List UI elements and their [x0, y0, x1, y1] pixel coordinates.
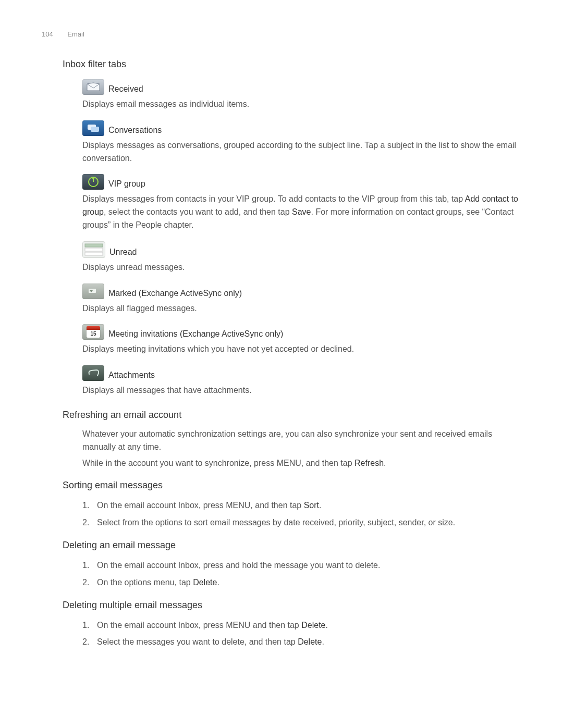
list-item: On the email account Inbox, press and ho…: [82, 559, 521, 572]
tab-label: Received: [108, 84, 143, 95]
ordered-list: On the email account Inbox, press MENU a…: [82, 619, 521, 649]
tab-meeting: 15 Meeting invitations (Exchange ActiveS…: [82, 324, 521, 356]
tab-label: VIP group: [108, 179, 145, 190]
text: , select the contacts you want to add, a…: [104, 207, 292, 216]
text: Select the messages you want to delete, …: [97, 637, 298, 646]
heading-deleting-many: Deleting multiple email messages: [63, 600, 521, 611]
tab-label: Conversations: [108, 126, 162, 136]
bold-text: Save: [292, 207, 311, 216]
text: Displays messages from contacts in your …: [82, 194, 465, 203]
svg-marker-0: [87, 83, 100, 91]
tab-conversations: Conversations Displays messages as conve…: [82, 120, 521, 165]
tab-desc: Displays email messages as individual it…: [82, 98, 521, 111]
paperclip-icon: [82, 365, 104, 381]
text: .: [322, 637, 324, 646]
svg-rect-7: [85, 252, 103, 255]
header-section: Email: [67, 30, 84, 38]
envelope-icon: [82, 79, 104, 95]
svg-rect-2: [91, 127, 99, 132]
tab-label: Marked (Exchange ActiveSync only): [108, 289, 242, 299]
paragraph: While in the account you want to synchro…: [82, 457, 521, 470]
tab-desc: Displays all messages that have attachme…: [82, 384, 521, 397]
bold-text: Delete: [193, 578, 217, 587]
ordered-list: On the email account Inbox, press and ho…: [82, 559, 521, 589]
tab-desc: Displays messages from contacts in your …: [82, 193, 521, 231]
bold-text: Delete: [301, 621, 325, 630]
tab-desc: Displays meeting invitations which you h…: [82, 343, 521, 356]
text: .: [325, 621, 327, 630]
list-item: On the options menu, tap Delete.: [82, 576, 521, 589]
heading-refreshing: Refreshing an email account: [63, 410, 521, 421]
bold-text: Sort: [304, 501, 319, 510]
list-item: On the email account Inbox, press MENU, …: [82, 499, 521, 512]
svg-rect-5: [85, 244, 103, 247]
list-item: On the email account Inbox, press MENU a…: [82, 619, 521, 632]
tab-label: Meeting invitations (Exchange ActiveSync…: [108, 329, 283, 340]
tab-received: Received Displays email messages as indi…: [82, 79, 521, 111]
vip-icon: [82, 174, 104, 190]
bold-text: Delete: [298, 637, 322, 646]
tab-marked: Marked (Exchange ActiveSync only) Displa…: [82, 283, 521, 315]
tab-label: Attachments: [108, 371, 155, 381]
text: On the options menu, tap: [97, 578, 193, 587]
flag-icon: [82, 283, 104, 299]
text: While in the account you want to synchro…: [82, 459, 354, 467]
tab-unread: Unread Displays unread messages.: [82, 241, 521, 274]
text: On the email account Inbox, press MENU a…: [97, 621, 301, 630]
bold-text: Refresh: [354, 459, 384, 467]
conversations-icon: [82, 120, 104, 136]
list-item: Select from the options to sort email me…: [82, 516, 521, 529]
tab-desc: Displays all flagged messages.: [82, 302, 521, 315]
svg-rect-6: [85, 248, 103, 251]
page-header: 104 Email: [42, 30, 521, 38]
text: .: [217, 578, 219, 587]
text: On the email account Inbox, press MENU, …: [97, 501, 304, 510]
calendar-icon: 15: [82, 324, 104, 340]
tab-desc: Displays messages as conversations, grou…: [82, 139, 521, 165]
ordered-list: On the email account Inbox, press MENU, …: [82, 499, 521, 529]
calendar-day: 15: [87, 330, 100, 338]
tab-vip: VIP group Displays messages from contact…: [82, 174, 521, 231]
paragraph: Whatever your automatic synchronization …: [82, 428, 521, 454]
document-page: 104 Email Inbox filter tabs Received Dis…: [0, 0, 563, 688]
heading-sorting: Sorting email messages: [63, 480, 521, 491]
list-item: Select the messages you want to delete, …: [82, 636, 521, 649]
tab-label: Unread: [109, 248, 137, 258]
heading-inbox-filter-tabs: Inbox filter tabs: [63, 59, 521, 70]
text: .: [384, 459, 386, 467]
unread-icon: [82, 241, 105, 258]
tab-attachments: Attachments Displays all messages that h…: [82, 365, 521, 397]
heading-deleting-one: Deleting an email message: [63, 540, 521, 551]
text: .: [319, 501, 321, 510]
page-number: 104: [42, 30, 53, 38]
tab-desc: Displays unread messages.: [82, 261, 521, 274]
